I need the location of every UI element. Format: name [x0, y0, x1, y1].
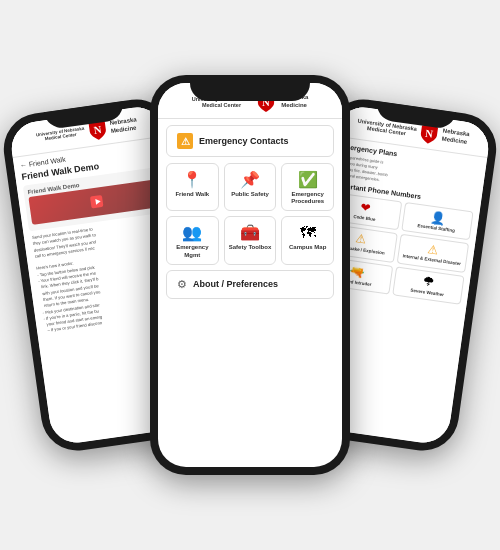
severe-weather-label: Severe Weather	[410, 287, 444, 297]
grid-item-campus-map[interactable]: 🗺 Campus Map	[281, 216, 334, 264]
essential-staffing-label: Essential Staffing	[417, 223, 455, 234]
armed-intruder-icon: 🔫	[349, 265, 366, 279]
campus-map-label: Campus Map	[289, 244, 326, 251]
phones-container: University of Nebraska Medical Center N …	[10, 10, 490, 540]
friend-walk-icon: 📍	[182, 172, 202, 188]
friend-walk-label: Friend Walk	[175, 191, 209, 198]
internal-disaster-icon: ⚠	[427, 243, 440, 256]
right-header-right: NebraskaMedicine	[441, 128, 470, 147]
code-blue-label: Code Blue	[353, 214, 376, 222]
center-header-line2: Medical Center	[192, 102, 252, 108]
safety-toolbox-icon: 🧰	[240, 225, 260, 241]
emergency-banner-text: Emergency Contacts	[199, 136, 289, 146]
grid-item-emergency-procedures[interactable]: ✅ Emergency Procedures	[281, 163, 334, 211]
grid-item-safety-toolbox[interactable]: 🧰 Safety Toolbox	[224, 216, 277, 264]
safety-toolbox-label: Safety Toolbox	[229, 244, 272, 251]
emergency-mgmt-label: Emergency Mgmt	[171, 244, 214, 258]
emergency-procedures-icon: ✅	[298, 172, 318, 188]
public-safety-icon: 📌	[240, 172, 260, 188]
emergency-procedures-label: Emergency Procedures	[286, 191, 329, 205]
grid-item-emergency-mgmt[interactable]: 👥 Emergency Mgmt	[166, 216, 219, 264]
play-button[interactable]	[90, 195, 104, 209]
essential-staffing-icon: 👤	[429, 211, 446, 225]
campus-map-icon: 🗺	[300, 225, 316, 241]
code-blue-icon: ❤	[360, 201, 372, 214]
play-triangle-icon	[95, 198, 101, 205]
center-phone-screen: University of Nebraska Medical Center N …	[158, 83, 342, 467]
emergency-mgmt-icon: 👥	[182, 225, 202, 241]
public-safety-label: Public Safety	[231, 191, 269, 198]
severe-weather-icon: 🌩	[422, 275, 436, 289]
about-banner-text: About / Preferences	[193, 279, 278, 289]
left-header-right: NebraskaMedicine	[109, 117, 138, 136]
grid-item-public-safety[interactable]: 📌 Public Safety	[224, 163, 277, 211]
emergency-contacts-banner[interactable]: ⚠ Emergency Contacts	[166, 125, 334, 157]
app-grid: 📍 Friend Walk 📌 Public Safety ✅ Emergenc…	[158, 163, 342, 265]
about-preferences-banner[interactable]: ⚙ About / Preferences	[166, 270, 334, 299]
settings-icon: ⚙	[177, 278, 187, 291]
right-grid-severe-weather[interactable]: 🌩 Severe Weather	[392, 266, 465, 305]
phone-center: University of Nebraska Medical Center N …	[150, 75, 350, 475]
earthquake-icon: ⚠	[355, 233, 368, 246]
center-phone-notch	[190, 75, 310, 101]
grid-item-friend-walk[interactable]: 📍 Friend Walk	[166, 163, 219, 211]
warning-icon: ⚠	[177, 133, 193, 149]
